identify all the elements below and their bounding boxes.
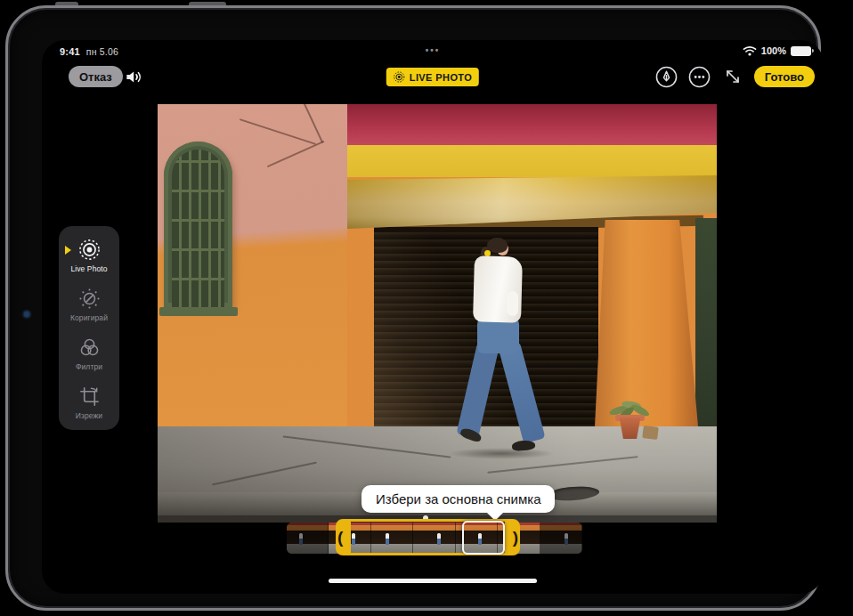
done-button[interactable]: Готово: [754, 66, 815, 87]
date: пн 5.06: [86, 46, 118, 57]
wifi-icon: [743, 45, 757, 56]
selected-key-frame[interactable]: [462, 521, 505, 555]
sidebar-item-crop[interactable]: Изрежи: [59, 385, 119, 420]
live-badge-label: LIVE PHOTO: [410, 72, 472, 83]
sidebar-item-label: Филтри: [76, 362, 102, 371]
status-bar-right: 100%: [743, 45, 811, 56]
photo-canvas[interactable]: [158, 104, 717, 523]
key-photo-tooltip: Избери за основна снимка: [362, 485, 555, 513]
battery-percent: 100%: [761, 45, 786, 56]
edit-tools-sidebar: Live Photo Коригирай: [59, 226, 119, 430]
multitask-dots-icon[interactable]: •••: [426, 45, 441, 55]
home-indicator[interactable]: [329, 579, 537, 583]
scrubber-frame[interactable]: [540, 523, 582, 554]
toolbar-right: Готово: [655, 65, 815, 88]
sidebar-item-label: Изрежи: [76, 411, 102, 420]
cancel-button[interactable]: Отказ: [69, 66, 123, 87]
screen: 9:41пн 5.06 ••• 100% Отказ: [42, 40, 824, 594]
live-photo-tool-icon: [77, 238, 102, 262]
live-photo-icon: [394, 71, 405, 83]
ipad-device-frame: 9:41пн 5.06 ••• 100% Отказ: [5, 5, 821, 611]
sidebar-item-label: Live Photo: [70, 264, 107, 273]
yellow-sign-band: [347, 145, 717, 177]
scrubber-frame[interactable]: [287, 523, 329, 554]
crop-tool-icon: [77, 385, 102, 409]
trim-handle-left[interactable]: (: [337, 528, 343, 545]
front-camera: [24, 312, 29, 317]
clock: 9:41: [60, 46, 80, 57]
walking-person: [460, 238, 542, 460]
sidebar-item-adjust[interactable]: Коригирай: [59, 287, 119, 322]
status-bar-left: 9:41пн 5.06: [60, 46, 118, 57]
live-photo-badge[interactable]: LIVE PHOTO: [386, 68, 479, 86]
arched-window-grill: [164, 142, 232, 307]
markup-icon[interactable]: [655, 65, 678, 88]
green-wall-strip: [695, 218, 717, 426]
sidebar-item-live-photo[interactable]: Live Photo: [59, 238, 119, 273]
sidebar-item-label: Коригирай: [70, 313, 108, 322]
adjust-tool-icon: [77, 287, 102, 311]
speaker-icon[interactable]: [124, 67, 144, 87]
tooltip-text: Избери за основна снимка: [376, 491, 540, 507]
screenshot-stage: 9:41пн 5.06 ••• 100% Отказ: [0, 0, 853, 616]
red-sign-band: [347, 104, 717, 145]
expand-icon[interactable]: [721, 65, 744, 88]
sidebar-item-filters[interactable]: Филтри: [59, 336, 119, 371]
battery-icon: [791, 46, 811, 56]
window-sill: [159, 307, 238, 316]
pink-orange-wall: [158, 104, 347, 426]
trim-handle-right[interactable]: ): [513, 528, 518, 545]
selected-arrow-icon: [65, 246, 71, 255]
more-options-icon[interactable]: [688, 65, 711, 88]
filters-tool-icon: [77, 336, 102, 360]
potted-plant: [607, 396, 655, 448]
